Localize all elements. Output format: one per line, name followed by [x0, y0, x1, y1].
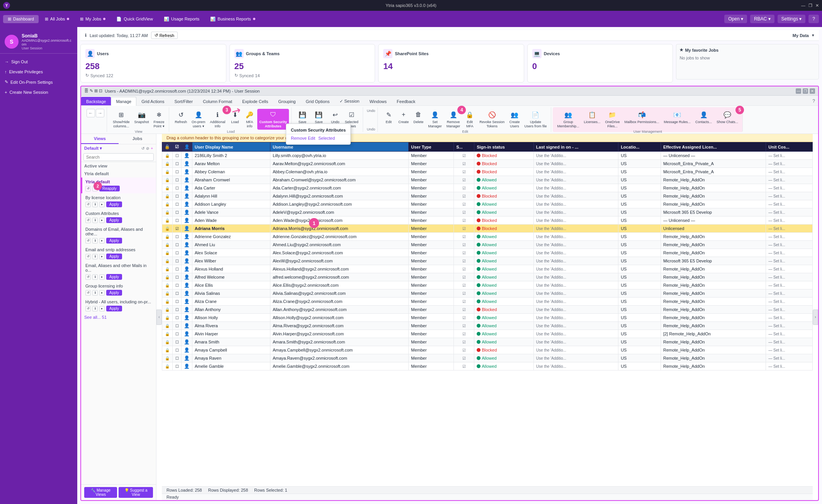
- view-info-icon-6[interactable]: ℹ: [92, 274, 98, 280]
- message-rules-btn[interactable]: 📧 Message Rules...: [662, 109, 693, 125]
- table-row[interactable]: 🔒 ☐ 👤 Adele Vance AdeleV@sygx2.onmicroso…: [162, 208, 813, 216]
- col-signin-status[interactable]: Sign-in status: [474, 142, 534, 152]
- set-manager-btn[interactable]: 👤 SetManager: [426, 109, 444, 130]
- search-input[interactable]: [83, 153, 154, 161]
- onprem-users-btn[interactable]: 👤 On-premusers ▾: [190, 109, 207, 130]
- view-edit-icon-7[interactable]: ▸: [99, 290, 105, 296]
- table-row[interactable]: 🔒 ☐ 👤 Alex Solace Alex.Solace@sygx2.onmi…: [162, 249, 813, 257]
- view-item-hybrid[interactable]: Hybrid - All users, including on-pr... ↺…: [81, 298, 156, 313]
- collapse-views-btn[interactable]: ‹: [156, 310, 162, 325]
- view-edit-icon-3[interactable]: ▸: [99, 218, 105, 223]
- table-row[interactable]: 🔒 ☐ 👤 Alex Wilber AlexW@sygx2.onmicrosof…: [162, 257, 813, 265]
- view-reapply-icon-2[interactable]: ↺: [85, 202, 91, 207]
- ribbon-tab-feedback[interactable]: Feedback: [392, 97, 420, 105]
- default-view-label[interactable]: Default ▾: [84, 146, 102, 151]
- maximize-btn[interactable]: ❐: [808, 3, 812, 8]
- view-reapply-icon[interactable]: ↺: [85, 186, 91, 191]
- group-membership-btn[interactable]: 👥 GroupMembership...: [555, 109, 581, 130]
- sidebar-item-elevate[interactable]: ↑ Elevate Privileges: [0, 67, 77, 77]
- show-hide-columns-btn[interactable]: ⊞ Show/Hidecolumns...: [111, 109, 132, 130]
- table-row[interactable]: 🔒 ☐ 👤 Adrienne Gonzalez Adrienne.Gonzale…: [162, 233, 813, 241]
- view-info-icon-7[interactable]: ℹ: [92, 290, 98, 296]
- ribbon-tab-explode-cells[interactable]: Explode Cells: [237, 97, 273, 105]
- apply-btn-6[interactable]: Apply: [106, 274, 122, 280]
- see-all-link[interactable]: See all... 51: [84, 315, 107, 320]
- views-tab-jobs[interactable]: Jobs: [119, 134, 156, 144]
- sidebar-item-edit-onprem[interactable]: ✎ Edit On-Prem Settings: [0, 77, 77, 87]
- view-info-icon-8[interactable]: ℹ: [92, 306, 98, 311]
- rbac-button[interactable]: RBAC ▾: [750, 15, 774, 23]
- view-edit-icon-6[interactable]: ▸: [99, 274, 105, 280]
- sidebar-item-sign-out[interactable]: → Sign Out: [0, 57, 77, 67]
- custom-security-attrs-btn[interactable]: 🛡 Custom SecurityAttributes: [257, 109, 289, 130]
- table-row[interactable]: 🔒 ☐ 👤 Amelie Gamble Amelie.Gamble@sygx2.…: [162, 362, 813, 370]
- mfa-info-btn[interactable]: 🔑 MFAinfo: [243, 109, 256, 130]
- view-info-icon-2[interactable]: ℹ: [92, 202, 98, 207]
- view-reapply-icon-3[interactable]: ↺: [85, 218, 91, 223]
- update-users-btn[interactable]: 📄 UpdateUsers from file: [522, 109, 549, 130]
- view-info-icon-4[interactable]: ℹ: [92, 238, 98, 244]
- apply-btn-4[interactable]: Apply: [106, 238, 122, 244]
- table-row[interactable]: 🔒 ☐ 👤 Alma Rivera Alma.Rivera@sygx2.onmi…: [162, 322, 813, 330]
- data-grid-wrapper[interactable]: 🔒 ☑ 👤 User Display Name Username User Ty…: [162, 142, 813, 486]
- ribbon-tab-grid-options[interactable]: Grid Options: [301, 97, 335, 105]
- view-edit-icon-2[interactable]: ▸: [99, 202, 105, 207]
- views-tab-views[interactable]: Views: [81, 134, 119, 144]
- col-user-type[interactable]: User Type: [409, 142, 454, 152]
- apply-btn-3[interactable]: Apply: [106, 217, 122, 223]
- table-row[interactable]: 🔒 ☐ 👤 Abbey Coleman Abbey.Coleman@ovh.yt…: [162, 168, 813, 176]
- table-row[interactable]: 🔒 ☐ 👤 Alexus Holland Alexus.Holland@sygx…: [162, 265, 813, 273]
- view-edit-icon-4[interactable]: ▸: [99, 238, 105, 244]
- col-unit-cost[interactable]: Unit Cos...: [766, 142, 813, 152]
- minimize-btn[interactable]: —: [801, 3, 805, 8]
- sidebar-item-create-session[interactable]: + Create New Session: [0, 87, 77, 97]
- apply-btn-2[interactable]: Apply: [106, 201, 122, 207]
- summary-card-groups[interactable]: 👥 Groups & Teams 25 ↻ Synced 14: [229, 44, 375, 83]
- additional-info-btn[interactable]: ℹ AdditionalInfo 3: [208, 109, 228, 130]
- reapply-btn[interactable]: Reapply: [99, 186, 120, 191]
- nav-tab-all-jobs[interactable]: ⊞ All Jobs: [40, 15, 74, 23]
- apply-btn-8[interactable]: Apply: [106, 306, 122, 311]
- ribbon-tab-session[interactable]: ✓ Session: [335, 97, 364, 105]
- help-button[interactable]: ?: [808, 15, 819, 23]
- open-button[interactable]: Open ▾: [724, 15, 747, 23]
- inner-min-btn[interactable]: —: [796, 88, 801, 94]
- apply-btn-5[interactable]: Apply: [106, 254, 122, 259]
- summary-card-users[interactable]: 👤 Users 258 ↻ Synced 122: [80, 44, 226, 83]
- refresh-data-btn[interactable]: ↺ Refresh: [173, 109, 189, 125]
- view-item-email[interactable]: Email and smtp addresses ↺ ℹ ▸ Apply: [81, 245, 156, 261]
- view-reapply-icon-6[interactable]: ↺: [85, 274, 91, 280]
- nav-tab-business-reports[interactable]: 📊 Business Reports: [206, 15, 260, 23]
- view-item-by-license[interactable]: By license location ↺ ℹ ▸ Apply: [81, 193, 156, 209]
- view-reapply-icon-7[interactable]: ↺: [85, 290, 91, 296]
- col-location[interactable]: Locatio...: [618, 142, 661, 152]
- view-edit-icon-5[interactable]: ▸: [99, 254, 105, 259]
- table-row[interactable]: 🔒 ☐ 👤 Adalynn Hill Adalynn.Hill@sygx2.on…: [162, 192, 813, 200]
- apply-btn-7[interactable]: Apply: [106, 290, 122, 296]
- summary-card-devices[interactable]: 💻 Devices 0: [527, 44, 673, 83]
- view-item-domains[interactable]: Domains of Email, Aliases and othe... ↺ …: [81, 225, 156, 245]
- reset-icon[interactable]: ⊘: [146, 146, 149, 151]
- onedrive-files-btn[interactable]: 📁 OneDriveFiles...: [603, 109, 622, 130]
- delete-btn[interactable]: 🗑 Delete: [411, 109, 425, 125]
- table-row[interactable]: 🔒 ☑ 👤 Adriana Morris Adriana.Morris@sygx…: [162, 225, 813, 233]
- add-icon[interactable]: +: [151, 146, 153, 151]
- settings-button[interactable]: Settings ▾: [778, 15, 806, 23]
- col-display-name[interactable]: User Display Name: [192, 142, 270, 152]
- table-row[interactable]: 🔒 ☐ 👤 Ada Carter Ada.Carter@sygx2.onmicr…: [162, 184, 813, 192]
- table-row[interactable]: 🔒 ☐ 👤 Aarav Melton Aarav.Melton@sygx2.on…: [162, 160, 813, 168]
- table-row[interactable]: 🔒 ☐ 👤 Allison Holly Allison.Holly@sygx2.…: [162, 314, 813, 322]
- view-info-icon-3[interactable]: ℹ: [92, 218, 98, 223]
- suggest-view-btn[interactable]: 💡 Suggest a View: [119, 487, 153, 498]
- inner-max-btn[interactable]: ❐: [803, 88, 808, 94]
- table-row[interactable]: 🔒 ☐ 👤 Amaya Raven Amaya.Raven@sygx2.onmi…: [162, 354, 813, 362]
- table-row[interactable]: 🔒 ☐ 👤 Amara Smith Amara.Smith@sygx2.onmi…: [162, 338, 813, 346]
- table-row[interactable]: 🔒 ☐ 👤 Alvin Harper Alvin.Harper@sygx2.on…: [162, 330, 813, 338]
- table-row[interactable]: 🔒 ☐ 👤 Alivia Salinas Alivia.Salinas@sygx…: [162, 289, 813, 298]
- nav-tab-usage-reports[interactable]: 📊 Usage Reports: [159, 15, 204, 23]
- view-item-custom-attrs[interactable]: Custom Attributes ↺ ℹ ▸ Apply: [81, 209, 156, 225]
- revoke-session-btn[interactable]: 🚫 Revoke SessionTokens: [477, 109, 506, 130]
- table-row[interactable]: 🔒 ☐ 👤 Aliza Crane Aliza.Crane@sygx2.onmi…: [162, 298, 813, 306]
- view-item-email2[interactable]: Email, Aliases and other Mails in o... ↺…: [81, 261, 156, 282]
- ribbon-tab-sort-filter[interactable]: Sort/Filter: [169, 97, 198, 105]
